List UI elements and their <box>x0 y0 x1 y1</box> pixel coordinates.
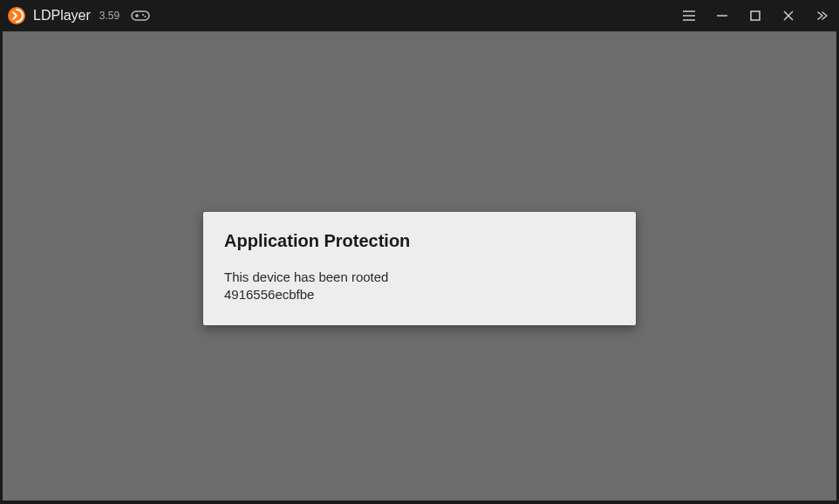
dialog-message: This device has been rooted 4916556ecbfb… <box>224 269 615 304</box>
menu-icon[interactable] <box>679 5 699 26</box>
titlebar: LDPlayer 3.59 <box>0 0 839 31</box>
svg-rect-1 <box>132 11 149 20</box>
dialog-message-line: This device has been rooted <box>224 269 615 286</box>
svg-point-4 <box>142 14 144 16</box>
dialog-message-line: 4916556ecbfbe <box>224 286 615 303</box>
app-logo-icon <box>7 6 26 25</box>
app-version: 3.59 <box>99 10 119 22</box>
titlebar-left: LDPlayer 3.59 <box>7 6 151 25</box>
emulator-screen[interactable]: Application Protection This device has b… <box>3 31 836 501</box>
alert-dialog: Application Protection This device has b… <box>203 212 636 325</box>
titlebar-right <box>679 5 832 26</box>
expand-icon[interactable] <box>811 5 832 26</box>
svg-rect-10 <box>751 11 760 20</box>
close-icon[interactable] <box>778 5 799 26</box>
svg-point-5 <box>145 16 147 17</box>
controller-icon[interactable] <box>130 9 151 23</box>
minimize-icon[interactable] <box>712 5 733 26</box>
maximize-icon[interactable] <box>745 5 766 26</box>
dialog-title: Application Protection <box>224 231 615 251</box>
app-title: LDPlayer <box>33 8 91 24</box>
